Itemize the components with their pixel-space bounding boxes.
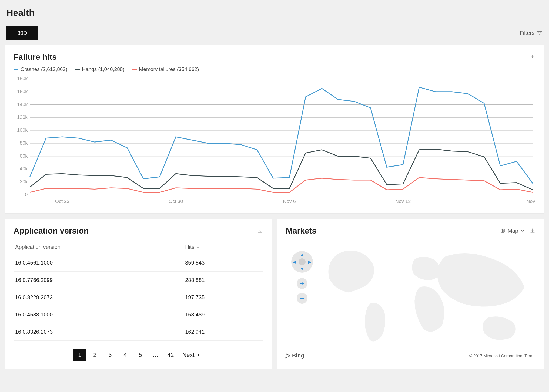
application-version-card: Application version Application version … [5, 219, 272, 369]
cell-version: 16.0.8326.2073 [14, 323, 183, 341]
pan-left-icon[interactable]: ◀ [293, 259, 296, 265]
col-hits-label: Hits [185, 244, 194, 250]
zoom-in-button[interactable]: + [297, 278, 307, 289]
filters-button[interactable]: Filters [520, 30, 543, 36]
pan-down-icon[interactable]: ▼ [300, 267, 304, 272]
legend-item-memory-failures[interactable]: Memory failures (354,662) [132, 66, 199, 72]
svg-text:Nov 13: Nov 13 [395, 199, 411, 204]
svg-text:120k: 120k [17, 114, 28, 120]
bing-label: Bing [292, 353, 304, 359]
table-row[interactable]: 16.0.4588.1000168,489 [14, 306, 263, 323]
globe-icon [500, 228, 506, 234]
svg-text:Nov 2: Nov 2 [526, 199, 535, 204]
pager: 12345…42Next [14, 349, 263, 361]
failure-hits-title: Failure hits [14, 52, 57, 62]
pager-page[interactable]: 2 [89, 349, 101, 361]
application-version-title: Application version [14, 226, 89, 235]
cell-hits: 197,735 [183, 289, 263, 306]
cell-hits: 168,489 [183, 306, 263, 323]
cell-version: 16.0.4588.1000 [14, 306, 183, 323]
failure-hits-chart[interactable]: 020k40k60k80k100k120k140k160k180kOct 23O… [14, 76, 535, 206]
svg-text:80k: 80k [20, 140, 28, 146]
pager-page[interactable]: 42 [164, 349, 177, 361]
zoom-out-button[interactable]: − [297, 293, 307, 304]
chart-legend: Crashes (2,613,863) Hangs (1,040,288) Me… [14, 66, 535, 72]
world-map-graphic [316, 240, 535, 350]
download-icon[interactable] [257, 228, 263, 234]
date-range-button[interactable]: 30D [6, 26, 38, 40]
pager-page[interactable]: 3 [104, 349, 116, 361]
svg-text:100k: 100k [17, 127, 28, 133]
pager-page[interactable]: 5 [134, 349, 146, 361]
filters-label: Filters [520, 30, 534, 36]
svg-text:180k: 180k [17, 76, 28, 81]
pan-up-icon[interactable]: ▲ [300, 252, 304, 257]
markets-card: Markets Map ▲ ▼ ◀ ▶ + − [277, 219, 544, 369]
svg-text:140k: 140k [17, 102, 28, 107]
svg-text:Oct 30: Oct 30 [169, 199, 183, 204]
bing-logo: ▷ Bing [286, 352, 304, 359]
svg-text:Nov 6: Nov 6 [283, 199, 296, 204]
cell-version: 16.0.4561.1000 [14, 254, 183, 272]
cell-version: 16.0.7766.2099 [14, 272, 183, 289]
col-hits[interactable]: Hits [183, 240, 263, 254]
markets-map[interactable]: ▲ ▼ ◀ ▶ + − ▷ [286, 240, 535, 359]
pager-ellipsis: … [149, 349, 162, 361]
table-row[interactable]: 16.0.4561.1000359,543 [14, 254, 263, 272]
col-version[interactable]: Application version [14, 240, 183, 254]
application-version-table: Application version Hits 16.0.4561.10003… [14, 240, 263, 341]
table-row[interactable]: 16.0.7766.2099288,881 [14, 272, 263, 289]
legend-item-crashes[interactable]: Crashes (2,613,863) [14, 66, 67, 72]
chevron-down-icon [196, 245, 200, 249]
page-title: Health [6, 8, 544, 18]
svg-text:60k: 60k [20, 153, 28, 159]
failure-hits-card: Failure hits Crashes (2,613,863) Hangs (… [5, 45, 544, 213]
toolbar: 30D Filters [5, 26, 544, 40]
filter-icon [537, 30, 543, 36]
pan-center-icon[interactable] [299, 258, 306, 265]
bing-icon: ▷ [285, 352, 291, 359]
download-icon[interactable] [530, 54, 535, 60]
legend-swatch [132, 69, 137, 70]
svg-text:20k: 20k [20, 179, 28, 184]
download-icon[interactable] [530, 228, 535, 234]
terms-link[interactable]: Terms [524, 353, 535, 358]
map-view-label: Map [508, 228, 518, 234]
svg-text:0: 0 [25, 192, 28, 197]
cell-hits: 288,881 [183, 272, 263, 289]
cell-version: 16.0.8229.2073 [14, 289, 183, 306]
map-credit: © 2017 Microsoft Corporation Terms [469, 353, 535, 358]
cell-hits: 359,543 [183, 254, 263, 272]
markets-title: Markets [286, 226, 316, 235]
map-pan-control[interactable]: ▲ ▼ ◀ ▶ [291, 251, 313, 273]
pan-right-icon[interactable]: ▶ [308, 259, 311, 265]
svg-text:40k: 40k [20, 166, 28, 171]
map-view-toggle[interactable]: Map [500, 228, 525, 234]
legend-label: Crashes (2,613,863) [21, 66, 67, 72]
legend-item-hangs[interactable]: Hangs (1,040,288) [75, 66, 124, 72]
legend-swatch [75, 69, 80, 70]
cell-hits: 162,941 [183, 323, 263, 341]
pager-page[interactable]: 1 [73, 349, 86, 361]
table-row[interactable]: 16.0.8326.2073162,941 [14, 323, 263, 341]
svg-text:160k: 160k [17, 89, 28, 94]
chevron-down-icon [520, 229, 525, 233]
pager-page[interactable]: 4 [119, 349, 131, 361]
legend-swatch [14, 69, 18, 70]
table-row[interactable]: 16.0.8229.2073197,735 [14, 289, 263, 306]
legend-label: Memory failures (354,662) [139, 66, 199, 72]
svg-text:Oct 23: Oct 23 [55, 199, 69, 204]
pager-next[interactable]: Next [179, 352, 203, 359]
legend-label: Hangs (1,040,288) [82, 66, 124, 72]
